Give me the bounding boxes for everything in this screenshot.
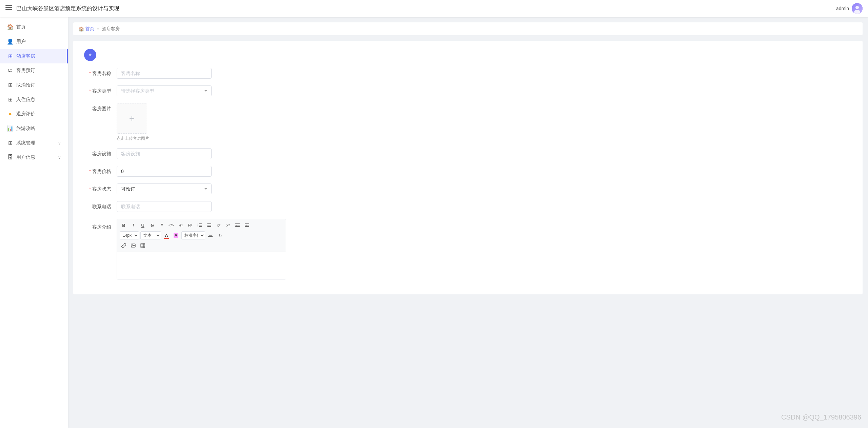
svg-rect-9 [208,223,211,224]
room-booking-icon: 🗂 [7,67,14,74]
svg-marker-18 [236,225,237,226]
sidebar-item-user-info[interactable]: 🗄 用户信息 ∨ [0,150,68,164]
code-button[interactable]: </> [167,221,175,229]
sidebar-item-cancel-booking[interactable]: ⊞ 取消预订 [0,78,68,92]
back-button[interactable] [84,49,96,61]
room-type-row: 客房类型 请选择客房类型 标准间大床房套房豪华间 [84,85,852,96]
room-price-control [117,166,212,177]
hotel-rooms-icon: ⊞ [7,53,14,59]
editor-toolbar: B I U S ❝ </> H1 H2 123 [117,219,286,252]
room-image-row: 客房图片 + 点击上传客房图片 [84,103,852,141]
menu-toggle-icon[interactable] [5,5,12,12]
header-left: 巴山大峡谷景区酒店预定系统的设计与实现 [5,5,119,12]
svg-rect-4 [199,225,202,226]
breadcrumb-separator: » [97,26,99,32]
sidebar-label-user-info: 用户信息 [16,154,55,160]
room-status-control: 可预订 已预订 维修中 [117,183,212,194]
sidebar-item-hotel-rooms[interactable]: ⊞ 酒店客房 [0,49,68,63]
room-name-row: 客房名称 [84,68,852,79]
link-button[interactable] [120,241,128,250]
room-status-label: 客房状态 [84,183,111,194]
svg-point-2 [854,10,860,14]
image-upload-button[interactable]: + [117,103,147,134]
font-color-button[interactable]: A [162,231,171,239]
room-price-row: 客房价格 [84,166,852,177]
h1-button[interactable]: H1 [177,221,185,229]
italic-button[interactable]: I [129,221,137,229]
breadcrumb-current: 酒店客房 [102,26,120,32]
room-facilities-input[interactable] [117,148,212,159]
sidebar-label-hotel-rooms: 酒店客房 [16,53,60,59]
svg-rect-16 [235,225,240,226]
svg-rect-10 [208,225,211,226]
svg-point-12 [207,223,208,224]
svg-rect-28 [141,244,145,248]
room-status-select[interactable]: 可预订 已预订 维修中 [117,183,212,194]
sidebar-label-cancel-booking: 取消预订 [16,82,61,88]
svg-point-13 [207,225,208,226]
editor-body[interactable] [117,252,286,279]
svg-rect-5 [199,226,202,227]
app-title: 巴山大峡谷景区酒店预定系统的设计与实现 [16,5,119,12]
main-content: 🏠 首页 » 酒店客房 客房名称 客房类型 [68,17,868,428]
user-icon: 👤 [7,38,14,45]
sidebar-item-system-mgmt[interactable]: ⊞ 系统管理 ∨ [0,136,68,150]
home-breadcrumb-icon: 🏠 [79,26,84,32]
strikethrough-button[interactable]: S [148,221,156,229]
indent-button[interactable] [234,221,242,229]
font-highlight-button[interactable]: A [172,231,180,239]
room-name-control [117,68,212,79]
room-price-input[interactable] [117,166,212,177]
svg-rect-24 [209,235,212,236]
svg-rect-20 [245,225,249,226]
home-icon: 🏠 [7,24,14,30]
bold-button[interactable]: B [120,221,128,229]
breadcrumb-home-link[interactable]: 🏠 首页 [79,26,94,32]
h2-button[interactable]: H2 [186,221,194,229]
ordered-list-button[interactable]: 123 [196,221,204,229]
subscript-button[interactable]: x2 [215,221,223,229]
unordered-list-button[interactable] [205,221,213,229]
chevron-down-icon: ∨ [58,141,61,145]
quote-button[interactable]: ❝ [158,221,166,229]
align-button[interactable] [206,231,215,239]
image-button[interactable] [129,241,137,250]
room-facilities-control [117,148,212,159]
font-type-select[interactable]: 文本 标题1 标题2 [140,231,161,239]
toolbar-row-3 [120,241,283,250]
room-status-row: 客房状态 可预订 已预订 维修中 [84,183,852,194]
sidebar-label-checkin-info: 入住信息 [16,97,61,103]
svg-point-27 [132,245,133,245]
app-header: 巴山大峡谷景区酒店预定系统的设计与实现 admin [0,0,868,17]
layout: 🏠 首页 👤 用户 ⊞ 酒店客房 🗂 客房预订 ⊞ 取消预订 ⊞ 入住信息 [0,17,868,428]
sidebar-item-room-booking[interactable]: 🗂 客房预订 [0,63,68,78]
font-family-select[interactable]: 标准字体 [181,231,205,239]
sidebar-item-travel-guide[interactable]: 📊 旅游攻略 [0,121,68,136]
font-size-select[interactable]: 14px 12px 16px 18px [120,231,139,239]
contact-phone-row: 联系电话 [84,201,852,212]
underline-button[interactable]: U [139,221,147,229]
avatar[interactable] [852,3,863,14]
room-name-input[interactable] [117,68,212,79]
sidebar-item-user[interactable]: 👤 用户 [0,34,68,49]
system-mgmt-icon: ⊞ [7,140,14,146]
superscript-button[interactable]: x2 [224,221,232,229]
sidebar-item-checkout-review[interactable]: ● 退房评价 [0,107,68,121]
sidebar-label-system-mgmt: 系统管理 [16,140,55,146]
room-facilities-label: 客房设施 [84,148,111,159]
room-type-label: 客房类型 [84,85,111,96]
sidebar-item-checkin-info[interactable]: ⊞ 入住信息 [0,92,68,107]
outdent-button[interactable] [243,221,251,229]
clear-format-button[interactable]: Tx [216,231,224,239]
sidebar-item-home[interactable]: 🏠 首页 [0,20,68,34]
room-price-label: 客房价格 [84,166,111,177]
contact-phone-input[interactable] [117,201,212,212]
table-button[interactable] [139,241,147,250]
breadcrumb-home-label: 首页 [85,26,94,32]
room-facilities-row: 客房设施 [84,148,852,159]
room-type-select[interactable]: 请选择客房类型 标准间大床房套房豪华间 [117,85,212,96]
rich-text-editor: B I U S ❝ </> H1 H2 123 [117,219,286,279]
cancel-booking-icon: ⊞ [7,82,14,88]
svg-text:3: 3 [198,226,198,227]
room-intro-label: 客房介绍 [84,219,111,232]
